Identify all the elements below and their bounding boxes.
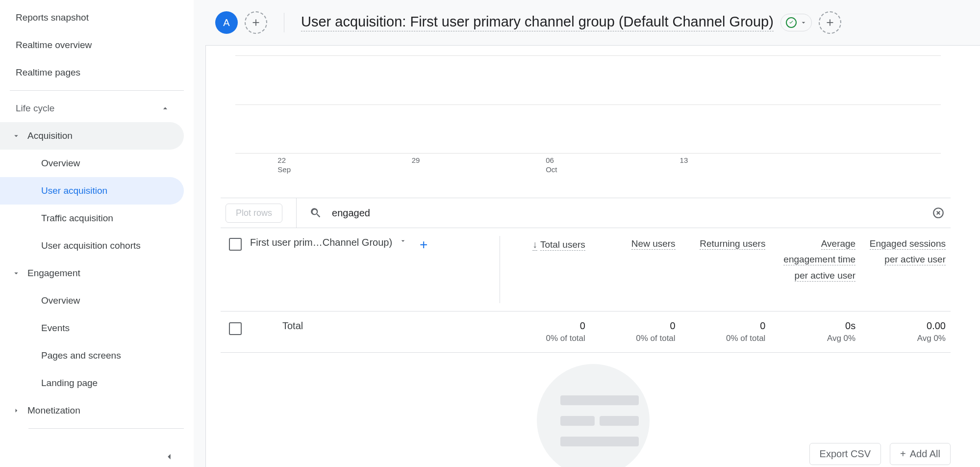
nav-pages-screens[interactable]: Pages and screens <box>0 342 184 369</box>
clear-icon[interactable] <box>932 207 945 219</box>
search-input[interactable] <box>332 208 932 219</box>
add-panel-button[interactable] <box>819 11 841 34</box>
filter-bar: Plot rows <box>221 198 951 228</box>
chevron-right-icon <box>12 406 24 415</box>
nav-acq-overview[interactable]: Overview <box>0 150 184 177</box>
search-icon <box>309 207 322 219</box>
plot-rows-button[interactable]: Plot rows <box>226 204 282 223</box>
add-comparison-button[interactable] <box>245 11 267 34</box>
select-all-checkbox[interactable] <box>229 238 242 251</box>
dimension-header[interactable]: First user prim…Channel Group) + <box>250 236 500 303</box>
nav-events[interactable]: Events <box>0 314 184 342</box>
chevron-down-icon <box>399 237 407 245</box>
nav-eng-overview[interactable]: Overview <box>0 287 184 314</box>
divider <box>28 428 184 429</box>
nav-engagement[interactable]: Engagement <box>0 259 184 287</box>
col-returning-users[interactable]: Returning users <box>680 236 771 303</box>
nav-realtime-pages[interactable]: Realtime pages <box>0 59 184 86</box>
nav-reports-snapshot[interactable]: Reports snapshot <box>0 4 184 31</box>
plus-icon: + <box>900 448 906 460</box>
chevron-down-icon <box>12 269 24 278</box>
export-csv-button[interactable]: Export CSV <box>809 443 881 465</box>
divider <box>10 90 184 91</box>
empty-state-skeleton <box>537 364 650 467</box>
nav-traffic-acquisition[interactable]: Traffic acquisition <box>0 205 184 232</box>
nav-user-acq-cohorts[interactable]: User acquisition cohorts <box>0 232 184 259</box>
collapse-sidebar-icon[interactable] <box>162 449 176 464</box>
nav-landing-page[interactable]: Landing page <box>0 369 184 397</box>
chevron-down-icon <box>12 131 24 140</box>
nav-realtime-overview[interactable]: Realtime overview <box>0 31 184 59</box>
col-total-users[interactable]: ↓Total users <box>500 236 590 303</box>
table-row-total: Total 00% of total 00% of total 00% of t… <box>221 311 951 353</box>
nav-section-life-cycle[interactable]: Life cycle <box>0 95 184 122</box>
check-circle-icon <box>786 17 797 28</box>
footer-actions: Export CSV + Add All <box>809 443 951 465</box>
sort-desc-icon: ↓ <box>532 239 537 251</box>
row-label: Total <box>250 320 500 343</box>
status-pill[interactable] <box>780 14 812 31</box>
chevron-down-icon <box>800 19 807 26</box>
col-avg-engagement[interactable]: Average engagement time per active user <box>770 236 860 303</box>
nav-monetization[interactable]: Monetization <box>0 397 184 424</box>
topbar: A User acquisition: First user primary c… <box>194 0 980 45</box>
separator <box>296 198 297 228</box>
page-title: User acquisition: First user primary cha… <box>301 14 774 31</box>
add-dimension-button[interactable]: + <box>420 237 427 253</box>
col-engaged-sessions[interactable]: Engaged sessions per active user <box>860 236 951 303</box>
row-checkbox[interactable] <box>229 322 242 335</box>
data-table: First user prim…Channel Group) + ↓Total … <box>221 228 951 353</box>
sidebar: Reports snapshot Realtime overview Realt… <box>0 0 194 467</box>
chart: 22Sep2906Oct13 <box>206 46 980 183</box>
separator <box>284 13 284 32</box>
chevron-up-icon <box>160 104 172 113</box>
report-content: 22Sep2906Oct13 Plot rows Firs <box>205 45 980 467</box>
add-all-button[interactable]: + Add All <box>890 443 951 465</box>
avatar[interactable]: A <box>215 11 238 34</box>
nav-acquisition[interactable]: Acquisition <box>0 122 184 150</box>
table-header-row: First user prim…Channel Group) + ↓Total … <box>221 228 951 311</box>
col-new-users[interactable]: New users <box>590 236 680 303</box>
nav-user-acquisition[interactable]: User acquisition <box>0 177 184 205</box>
